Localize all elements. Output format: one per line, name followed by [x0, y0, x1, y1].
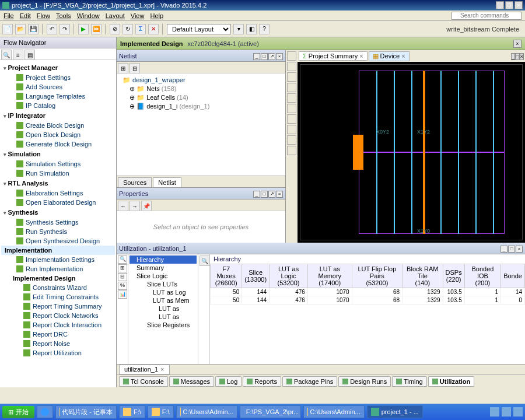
tab-timing[interactable]: Timing [392, 376, 427, 387]
expand-icon[interactable]: ▤ [24, 50, 35, 60]
task-folder3[interactable]: C:\Users\Admin... [176, 405, 237, 418]
table-row[interactable]: 501444761070681329103.5114 [211, 288, 525, 296]
nav-report-clock-net[interactable]: Report Clock Networks [1, 311, 115, 320]
layout-icon[interactable]: ▾ [233, 24, 244, 34]
nav-open-elab[interactable]: Open Elaborated Design [1, 198, 115, 207]
min-icon[interactable]: _ [253, 53, 260, 60]
pin-icon[interactable]: 📌 [141, 201, 152, 211]
close-icon[interactable]: × [276, 53, 283, 60]
save-icon[interactable]: 💾 [28, 24, 38, 34]
run-all-icon[interactable]: ⏩ [91, 24, 102, 34]
max-icon[interactable]: □ [261, 191, 268, 198]
expand-icon[interactable]: ⊟ [130, 63, 140, 74]
netlist-leaf[interactable]: ⊕ 📁 Leaf Cells (14) [119, 93, 283, 102]
util-slice-luts[interactable]: Slice LUTs [130, 280, 197, 288]
nav-sim-settings[interactable]: Simulation Settings [1, 159, 115, 169]
chart-icon[interactable]: 📊 [118, 290, 127, 299]
select-icon[interactable] [287, 93, 296, 103]
nav-report-noise[interactable]: Report Noise [1, 339, 115, 348]
tab-netlist[interactable]: Netlist [153, 177, 181, 187]
tab-reports[interactable]: Reports [243, 376, 281, 387]
menu-flow[interactable]: Flow [37, 12, 50, 19]
device-view[interactable]: X0Y2 X1Y2 X1Y0 [300, 64, 523, 240]
tab-messages[interactable]: Messages [169, 376, 214, 387]
run-icon[interactable]: ▶ [78, 24, 89, 34]
netlist-nets[interactable]: ⊕ 📁 Nets (158) [119, 85, 283, 93]
float-icon[interactable]: ◧ [246, 24, 257, 34]
cat-simulation[interactable]: Simulation [1, 149, 115, 159]
cat-implementation[interactable]: Implementation [1, 246, 115, 255]
cat-synthesis[interactable]: Synthesis [1, 207, 115, 218]
layout-select[interactable]: Default Layout [167, 24, 231, 34]
nav-create-block[interactable]: Create Block Design [1, 121, 115, 130]
tab-design-runs[interactable]: Design Runs [338, 376, 391, 387]
nav-lang-templates[interactable]: Language Templates [1, 92, 115, 101]
zoom-out-icon[interactable] [287, 72, 296, 82]
nav-report-clock-int[interactable]: Report Clock Interaction [1, 320, 115, 330]
new-icon[interactable]: 📄 [2, 24, 13, 34]
nav-gen-block[interactable]: Generate Block Design [1, 139, 115, 149]
util-slice-logic[interactable]: Slice Logic [130, 272, 197, 280]
route-icon[interactable] [287, 135, 296, 145]
util-file-tab[interactable]: utilization_1× [119, 365, 170, 374]
nav-project-settings[interactable]: Project Settings [1, 73, 115, 82]
back-icon[interactable]: ← [118, 201, 128, 211]
col-lut-ff[interactable]: LUT Flip Flop Pairs(53200) [352, 264, 402, 288]
tab-package[interactable]: Package Pins [282, 376, 337, 387]
menu-window[interactable]: Window [77, 12, 100, 19]
open-icon[interactable]: 📂 [15, 24, 26, 34]
nav-report-timing[interactable]: Report Timing Summary [1, 302, 115, 311]
menu-view[interactable]: View [131, 12, 145, 19]
impl-close-icon[interactable]: × [513, 40, 522, 48]
tab-device[interactable]: ▦Device× [369, 51, 410, 61]
expand-icon[interactable]: ⊞ [118, 264, 127, 272]
tree-icon[interactable]: ⊞ [118, 63, 128, 74]
tray-icon[interactable] [513, 407, 523, 416]
max-icon[interactable]: □ [508, 246, 515, 253]
task-vivado[interactable]: project_1 - ... [367, 405, 423, 418]
nav-ip-catalog[interactable]: IP Catalog [1, 101, 115, 110]
float-icon[interactable]: ↗ [268, 53, 275, 60]
refresh-icon[interactable]: ↻ [123, 24, 133, 34]
fwd-icon[interactable]: → [130, 201, 140, 211]
task-folder5[interactable]: C:\Users\Admin... [303, 405, 365, 418]
tab-log[interactable]: Log [215, 376, 242, 387]
nav-report-util[interactable]: Report Utilization [1, 348, 115, 358]
nav-constraints-wizard[interactable]: Constraints Wizard [1, 283, 115, 292]
nav-edit-timing[interactable]: Edit Timing Constraints [1, 292, 115, 302]
nav-open-block[interactable]: Open Block Design [1, 130, 115, 139]
zoom-in-icon[interactable] [287, 62, 296, 71]
maximize-button[interactable]: □ [505, 1, 513, 9]
percent-icon[interactable]: % [118, 282, 127, 290]
util-hierarchy[interactable]: Hierarchy [130, 256, 197, 264]
stop-icon[interactable]: ⊘ [110, 24, 120, 34]
layers-icon[interactable] [287, 114, 296, 124]
grid-icon[interactable] [287, 125, 296, 134]
min-icon[interactable]: _ [253, 191, 260, 198]
cat-ip-integrator[interactable]: IP Integrator [1, 110, 115, 121]
task-notepad[interactable]: 代码片段 - 记事本 [55, 405, 117, 419]
highlight-icon[interactable] [287, 146, 296, 155]
menu-file[interactable]: File [4, 12, 14, 19]
close-button[interactable]: × [514, 1, 523, 9]
menu-help[interactable]: Help [150, 12, 163, 19]
zoom-icon[interactable] [287, 51, 296, 61]
find-icon[interactable]: 🔍 [200, 256, 210, 266]
util-summary[interactable]: Summary [130, 264, 197, 272]
tab-tcl[interactable]: Tcl Console [119, 376, 168, 387]
max-icon[interactable]: □ [515, 53, 519, 60]
search-icon[interactable]: 🔍 [118, 256, 127, 264]
close-icon[interactable]: × [520, 53, 524, 60]
col-bram[interactable]: Block RAM Tile(140) [402, 264, 443, 288]
nav-elab-settings[interactable]: Elaboration Settings [1, 188, 115, 198]
task-browser[interactable] [37, 405, 53, 418]
nav-impl-design[interactable]: Implemented Design [1, 274, 115, 283]
redo-icon[interactable]: ↷ [60, 24, 70, 34]
nav-syn-settings[interactable]: Synthesis Settings [1, 218, 115, 227]
task-folder1[interactable]: F:\ [119, 405, 145, 418]
search-input[interactable] [452, 12, 522, 20]
fit-icon[interactable] [287, 83, 296, 92]
task-folder2[interactable]: F:\ [148, 405, 174, 418]
menu-layout[interactable]: Layout [106, 12, 125, 19]
tray-icon[interactable] [490, 407, 499, 416]
